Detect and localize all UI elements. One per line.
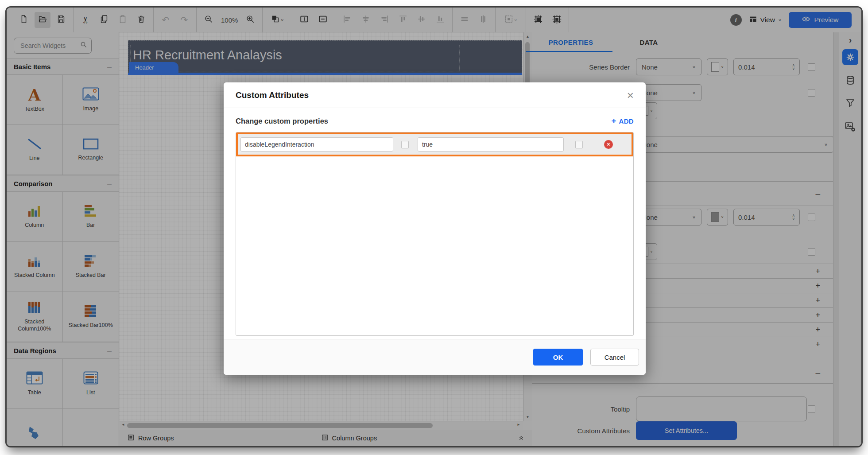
- attributes-list: ×: [236, 132, 634, 336]
- add-label: ADD: [619, 117, 634, 125]
- dialog-subtitle: Change custom properties: [236, 117, 328, 125]
- dialog-header: Custom Attributes ×: [224, 82, 646, 108]
- close-icon[interactable]: ×: [627, 89, 634, 101]
- ok-label: OK: [553, 354, 563, 361]
- add-attribute-button[interactable]: + ADD: [611, 116, 634, 126]
- ok-button[interactable]: OK: [533, 349, 583, 366]
- report-designer-screenshot: ✂ ↶ ↷: [0, 0, 868, 455]
- dialog-footer: OK Cancel: [224, 339, 646, 375]
- delete-attribute-button[interactable]: ×: [604, 140, 613, 149]
- attribute-name-expression-checkbox[interactable]: [401, 141, 409, 148]
- dialog-title: Custom Attributes: [236, 90, 309, 100]
- cancel-label: Cancel: [604, 354, 625, 361]
- dialog-body: Change custom properties + ADD ×: [224, 108, 646, 339]
- attribute-value-input[interactable]: [418, 137, 564, 152]
- plus-icon: +: [611, 116, 616, 126]
- custom-attributes-dialog: Custom Attributes × Change custom proper…: [224, 82, 646, 375]
- delete-x-icon: ×: [607, 142, 610, 147]
- attribute-value-expression-checkbox[interactable]: [575, 141, 583, 148]
- attribute-row-highlighted: ×: [236, 132, 633, 156]
- attribute-name-input[interactable]: [240, 137, 393, 152]
- cancel-button[interactable]: Cancel: [590, 349, 639, 366]
